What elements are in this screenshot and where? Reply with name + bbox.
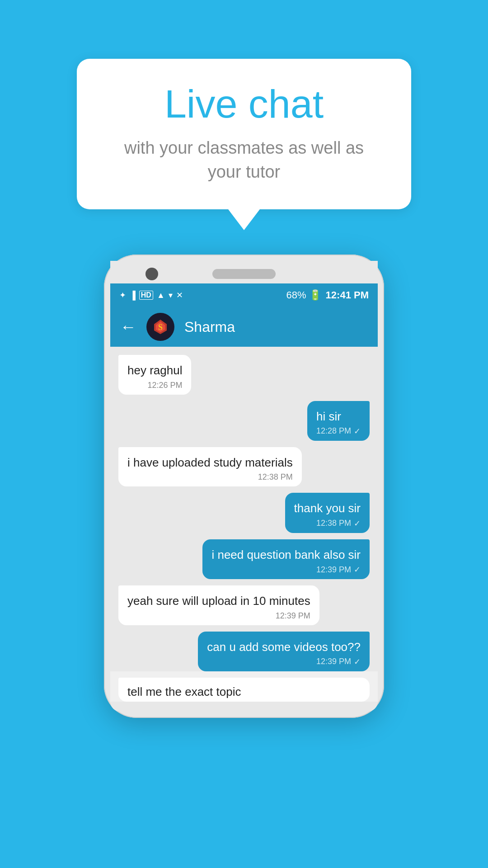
phone-screen: ✦ ▐ HD ▲ ▾ ✕ 68% 🔋 12:41 PM ← <box>110 283 378 702</box>
message-time: 12:38 PM <box>258 472 293 482</box>
table-row: i have uploaded study materials 12:38 PM <box>118 447 370 486</box>
svg-text:S: S <box>158 323 163 332</box>
message-meta: 12:38 PM <box>127 472 293 482</box>
partial-message: tell me the exact topic <box>118 678 370 702</box>
data-icon: ✕ <box>176 290 183 300</box>
read-receipt-icon: ✓ <box>354 426 361 436</box>
message-text: hi sir <box>316 408 361 425</box>
read-receipt-icon: ✓ <box>354 657 361 667</box>
message-text: yeah sure will upload in 10 minutes <box>127 593 310 609</box>
signal-icon: ▐ <box>130 291 136 300</box>
message-text: hey raghul <box>127 362 182 378</box>
sent-message-bubble: i need question bank also sir 12:39 PM ✓ <box>202 539 370 579</box>
message-meta: 12:39 PM ✓ <box>211 565 361 575</box>
table-row: yeah sure will upload in 10 minutes 12:3… <box>118 585 370 625</box>
message-time: 12:26 PM <box>147 381 182 390</box>
message-meta: 12:26 PM <box>127 381 182 390</box>
message-text: thank you sir <box>294 500 361 516</box>
bluetooth-icon: ✦ <box>119 290 126 300</box>
status-bar: ✦ ▐ HD ▲ ▾ ✕ 68% 🔋 12:41 PM <box>110 283 378 307</box>
battery-icon: 🔋 <box>309 289 321 301</box>
message-time: 12:28 PM <box>316 426 351 436</box>
superman-logo-icon: S <box>150 317 170 337</box>
speech-bubble-card: Live chat with your classmates as well a… <box>77 59 411 209</box>
message-meta: 12:38 PM ✓ <box>294 519 361 528</box>
app-bar: ← S Sharma <box>110 307 378 347</box>
speaker-grille <box>212 269 276 279</box>
status-left-icons: ✦ ▐ HD ▲ ▾ ✕ <box>119 290 183 300</box>
sent-message-bubble: can u add some videos too?? 12:39 PM ✓ <box>198 632 370 671</box>
phone-mockup: ✦ ▐ HD ▲ ▾ ✕ 68% 🔋 12:41 PM ← <box>104 255 384 718</box>
phone-top-bar <box>110 261 378 283</box>
table-row: thank you sir 12:38 PM ✓ <box>118 493 370 533</box>
table-row: hey raghul 12:26 PM <box>118 355 370 394</box>
received-message-bubble: hey raghul 12:26 PM <box>118 355 191 394</box>
message-meta: 12:39 PM <box>127 611 310 621</box>
sent-message-bubble: hi sir 12:28 PM ✓ <box>307 401 370 441</box>
message-time: 12:39 PM <box>316 657 351 666</box>
message-time: 12:39 PM <box>316 565 351 575</box>
front-camera <box>145 268 158 280</box>
phone-bottom-bar <box>110 702 378 712</box>
status-time: 12:41 PM <box>326 289 369 301</box>
table-row: i need question bank also sir 12:39 PM ✓ <box>118 539 370 579</box>
received-message-bubble: i have uploaded study materials 12:38 PM <box>118 447 302 486</box>
message-time: 12:39 PM <box>276 611 310 621</box>
partial-message-text: tell me the exact topic <box>127 685 361 699</box>
message-text: can u add some videos too?? <box>207 639 361 655</box>
bubble-subtitle: with your classmates as well as your tut… <box>109 136 379 184</box>
received-message-bubble: yeah sure will upload in 10 minutes 12:3… <box>118 585 319 625</box>
phone-outer-shell: ✦ ▐ HD ▲ ▾ ✕ 68% 🔋 12:41 PM ← <box>104 255 384 718</box>
message-meta: 12:39 PM ✓ <box>207 657 361 667</box>
chat-area: hey raghul 12:26 PM hi sir 12:28 PM ✓ <box>110 347 378 671</box>
message-time: 12:38 PM <box>316 519 351 528</box>
contact-name: Sharma <box>184 319 235 335</box>
contact-avatar: S <box>146 313 174 341</box>
wifi-icon: ▾ <box>169 290 173 300</box>
battery-percentage: 68% <box>286 289 306 301</box>
message-meta: 12:28 PM ✓ <box>316 426 361 436</box>
hd-icon: HD <box>139 291 153 300</box>
sent-message-bubble: thank you sir 12:38 PM ✓ <box>285 493 370 533</box>
table-row: can u add some videos too?? 12:39 PM ✓ <box>118 632 370 671</box>
status-right: 68% 🔋 12:41 PM <box>286 289 369 301</box>
table-row: hi sir 12:28 PM ✓ <box>118 401 370 441</box>
message-text: i have uploaded study materials <box>127 454 293 471</box>
read-receipt-icon: ✓ <box>354 519 361 528</box>
network-icon: ▲ <box>157 291 165 300</box>
message-text: i need question bank also sir <box>211 547 361 563</box>
live-chat-title: Live chat <box>109 82 379 126</box>
back-button[interactable]: ← <box>120 317 136 336</box>
read-receipt-icon: ✓ <box>354 565 361 575</box>
